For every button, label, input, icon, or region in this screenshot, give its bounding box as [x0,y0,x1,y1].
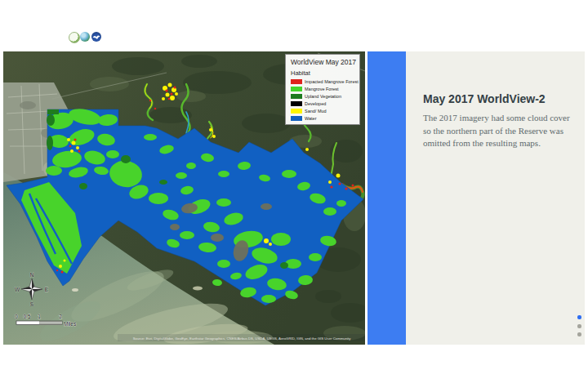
legend-swatch-sand-mud [291,109,302,114]
section-body-text: The 2017 imagery had some cloud cover so… [423,112,577,150]
legend-swatch-impacted-mangrove [291,79,302,84]
legend-item: Mangrove Forest [291,87,356,91]
scale-tick-2: 2 [59,314,62,319]
compass-w-label: W [15,287,20,292]
compass-n-label: N [30,272,34,278]
scale-tick-0: 0 [15,314,18,319]
legend-item: Water [291,116,356,121]
noaa-logo-icon[interactable] [91,32,101,42]
scale-unit-label: Miles [64,321,77,327]
legend-item: Upland Vegetation [291,94,356,99]
legend-item: Impacted Mangrove Forest [291,79,356,84]
map-attribution: Source: Esri, DigitalGlobe, GeoEye, Eart… [133,336,352,341]
header: Using Satellite Imagery and Supercompute… [0,24,588,51]
compass-s-label: S [30,301,34,307]
earth-logo-icon[interactable] [80,32,90,42]
legend-title: WorldView May 2017 [291,58,356,66]
legend-swatch-developed [291,101,302,106]
scale-tick-05: 0.5 [23,314,30,319]
legend-item: Developed [291,101,356,106]
legend-item: Sand/ Mud [291,109,356,114]
scale-tick-1: 1 [38,314,41,319]
compass-e-label: E [45,287,49,292]
reserve-logo-icon[interactable] [69,32,80,43]
accent-bar [368,51,406,345]
habitat-map[interactable]: N S E W 0 0.5 1 2 Miles Source: Esri, Di… [3,51,365,345]
narrative-panel: May 2017 WorldView-2 The 2017 imagery ha… [406,51,585,345]
nav-dot[interactable] [577,332,581,336]
story-map-page: Using Satellite Imagery and Supercompute… [0,0,588,392]
map-legend: WorldView May 2017 Habitat Impacted Mang… [285,54,360,125]
legend-subtitle: Habitat [291,69,356,77]
section-heading: May 2017 WorldView-2 [423,92,546,105]
nav-dot[interactable] [577,324,581,328]
legend-swatch-upland [291,94,302,99]
legend-swatch-water [291,116,302,121]
legend-swatch-mangrove [291,87,302,91]
nav-dot-active[interactable] [577,315,581,319]
